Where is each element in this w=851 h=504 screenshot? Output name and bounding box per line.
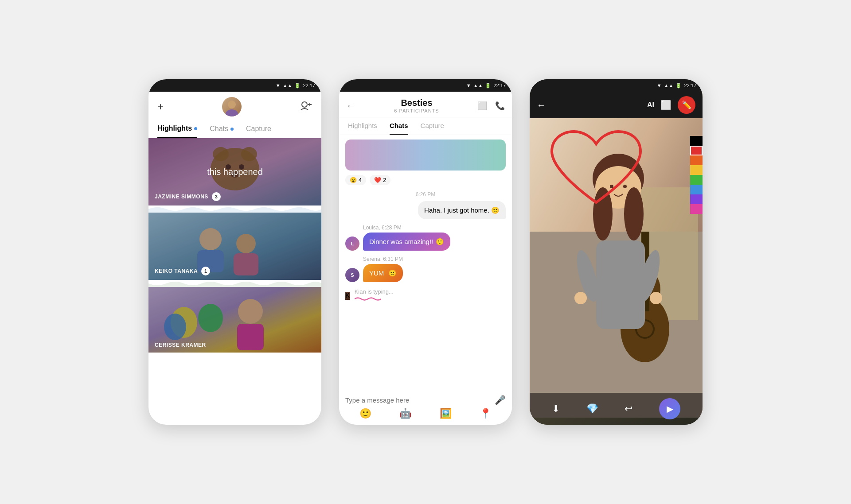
tab-capture-2[interactable]: Capture — [421, 117, 444, 135]
highlight-item-cerisse[interactable]: CERISSE KRAMER — [148, 287, 321, 353]
color-black[interactable] — [690, 136, 703, 146]
header-row: ← Besties 6 PARTICIPANTS ⬜ 📞 — [346, 98, 505, 113]
bitmoji-icon[interactable]: 🤖 — [399, 408, 411, 419]
tab-highlights-1[interactable]: Highlights — [157, 120, 197, 138]
status-icons-2: ▼ ▲▲ 🔋 22:17 — [466, 83, 506, 89]
emoji-icon[interactable]: 🙂 — [359, 408, 371, 419]
highlight-user-row-2: KEIKO TANAKA 1 — [155, 267, 210, 275]
wave-divider-1 — [148, 205, 321, 213]
message-timestamp-1: 6:26 PM — [345, 191, 506, 198]
typing-wave — [355, 297, 381, 301]
battery-icon-2: 🔋 — [485, 83, 491, 89]
status-bar-3: ▼ ▲▲ 🔋 22:17 — [530, 79, 703, 92]
reaction-shocked[interactable]: 😮 4 — [345, 175, 366, 185]
phone-3: ▼ ▲▲ 🔋 22:17 — [530, 79, 703, 425]
location-icon[interactable]: 📍 — [480, 408, 492, 419]
bottom-toolbar-3: ⬇ 💎 ↩ ▶ — [530, 393, 703, 425]
image-icon[interactable]: 🖼️ — [440, 408, 452, 419]
color-purple[interactable] — [690, 194, 703, 204]
chat-toolbar: 🙂 🤖 🖼️ 📍 — [345, 405, 506, 420]
top-bar-1: + — [148, 92, 321, 120]
undo-icon[interactable]: ↩ — [625, 403, 632, 415]
time-display-1: 22:17 — [303, 83, 315, 88]
phone-call-icon[interactable]: 📞 — [495, 101, 505, 111]
add-button[interactable]: + — [157, 101, 164, 113]
svg-point-0 — [228, 101, 236, 109]
diamond-icon[interactable]: 💎 — [586, 403, 598, 415]
svg-point-43 — [650, 292, 662, 304]
tabs-1: Highlights Chats Capture — [148, 120, 321, 138]
status-bar-1: ▼ ▲▲ 🔋 22:17 — [148, 79, 321, 92]
color-orange[interactable] — [690, 155, 703, 165]
top-right-icons: AI ⬜ ✏️ — [647, 96, 695, 114]
chat-input[interactable] — [345, 396, 490, 404]
reaction-count-1: 4 — [359, 177, 362, 183]
sticker-icon[interactable]: ⬜ — [660, 100, 671, 110]
video-call-icon[interactable]: ⬜ — [477, 101, 487, 111]
tab-dot-highlights — [194, 127, 197, 130]
typing-indicator: Kian is typing... — [355, 288, 394, 303]
tab-dot-chats — [230, 128, 234, 131]
add-contact-icon[interactable] — [300, 100, 312, 113]
msg-group-right-1: Haha. I just got home. 🙂 — [418, 201, 506, 219]
svg-rect-39 — [596, 240, 645, 329]
chat-preview-strip — [345, 140, 506, 171]
signal-icon: ▼ — [276, 83, 281, 88]
reaction-row: 😮 4 ❤️ 2 — [345, 175, 506, 185]
time-display-3: 22:17 — [684, 83, 696, 88]
ai-text-icon[interactable]: AI — [647, 101, 654, 109]
back-button[interactable]: ← — [346, 100, 356, 112]
signal-icon-3: ▼ — [657, 83, 662, 88]
smiley-icon-serena: 🙂 — [388, 268, 397, 278]
tab-chats-2[interactable]: Chats — [390, 117, 408, 135]
tab-chats-1[interactable]: Chats — [210, 120, 234, 138]
status-icons-3: ▼ ▲▲ 🔋 22:17 — [657, 83, 696, 89]
color-green[interactable] — [690, 175, 703, 185]
reaction-count-2: 2 — [383, 177, 386, 183]
msg-group-serena: Serena, 6:31 PM YUM 🙂 — [363, 256, 403, 282]
download-icon[interactable]: ⬇ — [552, 403, 560, 415]
tab-capture-1[interactable]: Capture — [246, 120, 271, 138]
highlight-name-2: KEIKO TANAKA — [155, 268, 198, 274]
user-avatar[interactable] — [222, 97, 242, 116]
mic-icon[interactable]: 🎤 — [495, 395, 506, 405]
color-yellow[interactable] — [690, 165, 703, 175]
color-pink[interactable] — [690, 204, 703, 214]
highlight-badge-1: 3 — [212, 192, 221, 201]
msg-sender-louisa: Louisa, 6:28 PM — [363, 225, 450, 231]
svg-point-1 — [226, 109, 238, 116]
send-button[interactable]: ▶ — [659, 398, 680, 419]
top-toolbar-3: ← AI ⬜ ✏️ — [530, 92, 703, 118]
svg-point-42 — [574, 292, 587, 304]
color-red[interactable] — [690, 146, 703, 155]
title-area: Besties 6 PARTICIPANTS — [356, 98, 477, 113]
wifi-icon: ▲▲ — [283, 83, 293, 88]
smiley-icon-louisa: 🙂 — [436, 237, 444, 246]
highlight-item-jazmine[interactable]: this happened JAZMINE SIMMONS 3 — [148, 138, 321, 205]
msg-bubble-serena: YUM 🙂 — [363, 264, 403, 282]
chat-input-area: 🎤 🙂 🤖 🖼️ 📍 — [339, 390, 512, 425]
svg-point-2 — [302, 102, 307, 107]
msg-bubble-louisa: Dinner was amazing!! 🙂 — [363, 233, 450, 251]
header-actions: ⬜ 📞 — [477, 101, 505, 111]
wifi-icon-2: ▲▲ — [473, 83, 483, 88]
reaction-heart[interactable]: ❤️ 2 — [370, 175, 390, 185]
chat-header: ← Besties 6 PARTICIPANTS ⬜ 📞 — [339, 92, 512, 117]
highlight-item-keiko[interactable]: KEIKO TANAKA 1 — [148, 213, 321, 280]
avatar-serena: S — [345, 268, 359, 282]
tab-highlights-2[interactable]: Highlights — [348, 117, 377, 135]
highlight-center-text-1: this happened — [207, 167, 263, 177]
phone-2: ▼ ▲▲ 🔋 22:17 ← Besties 6 PARTICIPANTS ⬜ … — [339, 79, 512, 425]
brush-button[interactable]: ✏️ — [678, 96, 695, 114]
chat-messages: 😮 4 ❤️ 2 6:26 PM Haha. I just got home. … — [339, 135, 512, 390]
back-button-3[interactable]: ← — [537, 100, 546, 110]
msg-row-louisa: L Louisa, 6:28 PM Dinner was amazing!! 🙂 — [345, 225, 506, 251]
color-blue[interactable] — [690, 185, 703, 194]
wave-divider-2 — [148, 280, 321, 287]
highlight-user-row-1: JAZMINE SIMMONS 3 — [155, 192, 221, 201]
battery-icon: 🔋 — [294, 83, 301, 89]
signal-icon-2: ▼ — [466, 83, 471, 88]
highlight-name-1: JAZMINE SIMMONS — [155, 194, 208, 200]
msg-sender-serena: Serena, 6:31 PM — [363, 256, 403, 262]
status-icons-1: ▼ ▲▲ 🔋 22:17 — [276, 83, 315, 89]
